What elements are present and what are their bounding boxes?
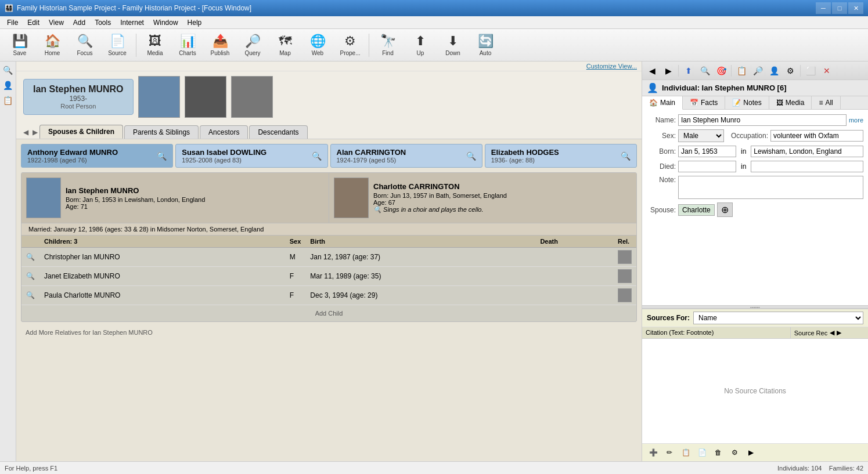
menu-item-file[interactable]: File: [2, 17, 23, 28]
menu-item-tools[interactable]: Tools: [90, 17, 116, 28]
sex-select[interactable]: Male Female: [678, 129, 724, 142]
add-source-button[interactable]: ➕: [646, 446, 661, 459]
sidebar-search-icon[interactable]: 🔍: [2, 64, 15, 77]
charts-button[interactable]: 📊Charts: [172, 31, 203, 59]
properties-button[interactable]: ⚙Prope...: [335, 31, 365, 59]
note-textarea[interactable]: [678, 176, 863, 199]
menu-item-view[interactable]: View: [44, 17, 69, 28]
down-button[interactable]: ⬇Down: [438, 31, 468, 59]
sidebar-list-icon[interactable]: 📋: [2, 94, 15, 107]
parent-elizabeth[interactable]: Elizabeth HODGES 1936- (age: 88) 🔍: [485, 144, 637, 168]
child-search-icon[interactable]: 🔍: [21, 267, 39, 286]
born-date-input[interactable]: [678, 146, 736, 157]
find-button[interactable]: 🔭Find: [373, 31, 403, 59]
tab-parents-siblings[interactable]: Parents & Siblings: [124, 125, 199, 139]
back-button[interactable]: ◀: [644, 64, 660, 78]
forward-button[interactable]: ▶: [661, 64, 676, 78]
child-photo[interactable]: [613, 286, 636, 305]
child-photo[interactable]: [613, 248, 636, 267]
menu-item-edit[interactable]: Edit: [23, 17, 44, 28]
tab-descendants[interactable]: Descendants: [249, 125, 307, 139]
parent-elizabeth-search-icon[interactable]: 🔍: [621, 151, 631, 161]
record-tab-facts[interactable]: 📅 Facts: [683, 96, 725, 109]
up-arrow-button[interactable]: ⬆: [681, 64, 696, 78]
born-place-input[interactable]: [751, 146, 863, 157]
sidebar-person-icon[interactable]: 👤: [2, 79, 15, 92]
menu-item-help[interactable]: Help: [183, 17, 207, 28]
source-more-button[interactable]: ▶: [743, 446, 758, 459]
add-child-link[interactable]: Add Child: [24, 307, 634, 319]
menu-item-add[interactable]: Add: [69, 17, 90, 28]
save-button[interactable]: 💾Save: [5, 31, 35, 59]
menu-item-window[interactable]: Window: [149, 17, 183, 28]
filter-button[interactable]: 🔎: [750, 64, 765, 78]
sources-select[interactable]: Name: [693, 312, 863, 324]
add-spouse-button[interactable]: ⊕: [717, 202, 733, 217]
maximize-button[interactable]: □: [832, 2, 847, 14]
wife-name[interactable]: Charlotte CARRINGTON: [373, 182, 632, 191]
husband-name[interactable]: Ian Stephen MUNRO: [66, 186, 324, 195]
copy-source-button[interactable]: 📋: [678, 446, 693, 459]
parent-alan-search-icon[interactable]: 🔍: [466, 151, 476, 161]
focus-button[interactable]: 🔍Focus: [70, 31, 100, 59]
child-row-1[interactable]: 🔍 Janet Elizabeth MUNRO F Mar 11, 1989 (…: [21, 267, 636, 286]
media-button[interactable]: 🖼Media: [140, 31, 170, 59]
parent-susan[interactable]: Susan Isabel DOWLING 1925-2008 (aged 83)…: [175, 144, 327, 168]
husband-photo[interactable]: [26, 178, 61, 218]
menu-item-internet[interactable]: Internet: [116, 17, 149, 28]
died-place-input[interactable]: [751, 161, 863, 172]
add-relatives-link[interactable]: Add More Relatives for Ian Stephen MUNRO: [21, 327, 637, 338]
paste-source-button[interactable]: 📄: [694, 446, 709, 459]
close-panel-button[interactable]: ✕: [819, 64, 834, 78]
name-more-link[interactable]: more: [849, 117, 863, 124]
child-row-2[interactable]: 🔍 Paula Charlotte MUNRO F Dec 3, 1994 (a…: [21, 286, 636, 305]
parent-alan[interactable]: Alan CARRINGTON 1924-1979 (aged 55) 🔍: [330, 144, 482, 168]
child-search-icon[interactable]: 🔍: [21, 248, 39, 267]
search-button[interactable]: 🔍: [697, 64, 712, 78]
settings-button[interactable]: ⚙: [783, 64, 798, 78]
target-button[interactable]: 🎯: [714, 64, 729, 78]
name-input[interactable]: [678, 114, 847, 126]
customize-view-link[interactable]: Customize View...: [586, 63, 637, 70]
parent-anthony-search-icon[interactable]: 🔍: [157, 151, 167, 161]
record-tab-media[interactable]: 🖼 Media: [769, 96, 812, 109]
photo-1[interactable]: [138, 76, 180, 118]
parent-susan-search-icon[interactable]: 🔍: [312, 151, 322, 161]
photo-3[interactable]: [231, 76, 273, 118]
rec-button[interactable]: 📋: [734, 64, 749, 78]
auto-button[interactable]: 🔄Auto: [470, 31, 500, 59]
child-search-icon[interactable]: 🔍: [21, 286, 39, 305]
record-tab-notes[interactable]: 📝 Notes: [725, 96, 769, 109]
record-tab-all[interactable]: ≡ All: [812, 96, 840, 109]
occupation-input[interactable]: [770, 130, 863, 142]
child-row-0[interactable]: 🔍 Christopher Ian MUNRO M Jan 12, 1987 (…: [21, 248, 636, 267]
up-button[interactable]: ⬆Up: [405, 31, 435, 59]
parent-anthony[interactable]: Anthony Edward MUNRO 1922-1998 (aged 76)…: [21, 144, 173, 168]
person-button[interactable]: 👤: [766, 64, 781, 78]
wife-photo[interactable]: [334, 178, 369, 218]
edit-source-button[interactable]: ✏: [662, 446, 677, 459]
record-tab-main[interactable]: 🏠 Main: [642, 96, 683, 110]
source-settings-button[interactable]: ⚙: [727, 446, 742, 459]
spouse-badge[interactable]: Charlotte: [678, 204, 715, 216]
source-button[interactable]: 📄Source: [102, 31, 132, 59]
query-button[interactable]: 🔎Query: [237, 31, 268, 59]
tab-ancestors[interactable]: Ancestors: [200, 125, 248, 139]
col-nav-left[interactable]: ◀: [830, 329, 834, 336]
child-photo[interactable]: [613, 267, 636, 286]
tab-nav-left[interactable]: ◀: [21, 126, 30, 139]
map-button[interactable]: 🗺Map: [270, 31, 300, 59]
died-date-input[interactable]: [678, 161, 736, 172]
home-button[interactable]: 🏠Home: [37, 31, 67, 59]
root-person-card[interactable]: Ian Stephen MUNRO 1953- Root Person: [23, 79, 134, 115]
photo-2[interactable]: [185, 76, 226, 118]
col-nav-right[interactable]: ▶: [837, 329, 841, 336]
publish-button[interactable]: 📤Publish: [205, 31, 235, 59]
expand-button[interactable]: ⬜: [803, 64, 818, 78]
minimize-button[interactable]: ─: [816, 2, 831, 14]
web-button[interactable]: 🌐Web: [302, 31, 333, 59]
close-button[interactable]: ✕: [848, 2, 863, 14]
tab-spouses-children[interactable]: Spouses & Children: [39, 125, 123, 139]
delete-source-button[interactable]: 🗑: [711, 446, 726, 459]
tab-nav-right[interactable]: ▶: [30, 126, 39, 139]
